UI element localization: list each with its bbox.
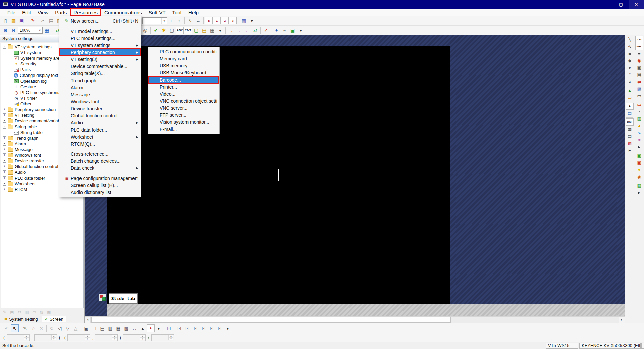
text-tool-icon[interactable]: A [626, 103, 634, 110]
send-to-back-icon[interactable] [90, 324, 98, 332]
frame-select-1-icon[interactable] [175, 324, 183, 332]
edit-icon[interactable] [1, 309, 8, 315]
menu-item-vt-system-settings[interactable]: VT system settings▶ [60, 42, 140, 49]
pie-tool-icon[interactable] [626, 78, 634, 85]
chevron-down-icon[interactable]: ∨ [161, 18, 167, 24]
frame-select-2-icon[interactable] [183, 324, 192, 332]
select-frame-icon[interactable] [165, 324, 173, 332]
switch-red-part-icon[interactable] [635, 159, 643, 166]
screen-type3-icon[interactable]: 3 [229, 17, 237, 24]
menu-communications[interactable]: Communications [101, 9, 145, 16]
page-stack-caret[interactable] [248, 17, 256, 24]
spin-up-icon[interactable]: ▲ [169, 335, 173, 338]
preview-icon[interactable] [168, 27, 176, 34]
zoom-out-icon[interactable] [10, 27, 17, 34]
menu-item-page-configuration-management[interactable]: Page configuration management... [60, 174, 140, 182]
transfer-icon[interactable] [46, 309, 52, 315]
screen-copy-icon[interactable] [626, 140, 634, 147]
menu-tool[interactable]: Tool [169, 9, 185, 16]
menu-resources[interactable]: Resources [70, 9, 101, 16]
menu-item-plc-data-folder[interactable]: PLC data folder... [60, 126, 140, 133]
library-icon[interactable] [200, 27, 208, 34]
bring-forward-icon[interactable] [98, 324, 106, 332]
collapse-icon[interactable]: − [3, 125, 6, 129]
menu-soft-vt[interactable]: Soft-VT [145, 9, 169, 16]
menu-item-audio[interactable]: Audio▶ [60, 119, 140, 126]
submenu-item-vnc-connection-object-setting[interactable]: VNC connection object setting... [149, 97, 219, 104]
menu-item-periphery-connection[interactable]: Periphery connection▶ [60, 49, 140, 56]
expand-icon[interactable]: + [3, 182, 6, 186]
frame-select-caret[interactable] [224, 324, 232, 332]
menu-edit[interactable]: Edit [19, 9, 34, 16]
fit-frame-icon[interactable] [122, 324, 130, 332]
image-tool-icon[interactable] [626, 87, 634, 94]
menu-item-windows-font[interactable]: Windows font... [60, 98, 140, 105]
transfer-usb-icon[interactable] [235, 27, 243, 34]
spin-down-icon[interactable]: ▼ [85, 338, 90, 340]
save-file-icon[interactable] [18, 17, 25, 24]
delete-icon[interactable] [31, 309, 38, 315]
cut-icon[interactable] [39, 17, 47, 24]
spin-up-icon[interactable]: ▲ [24, 335, 29, 338]
menu-file[interactable]: File [4, 9, 19, 16]
spin-up-icon[interactable]: ▲ [140, 335, 145, 338]
transfer-part-icon[interactable] [635, 78, 643, 85]
submenu-item-printer[interactable]: Printer... [149, 83, 219, 90]
spin-down-icon[interactable]: ▼ [140, 338, 145, 340]
expand-icon[interactable]: + [3, 153, 6, 157]
menu-help[interactable]: Help [185, 9, 202, 16]
parts-search-icon[interactable] [141, 27, 149, 34]
process-monitor-icon[interactable] [262, 27, 270, 34]
send-backward-icon[interactable] [106, 324, 114, 332]
pie-graph-part-icon[interactable] [635, 122, 643, 129]
display-part-icon[interactable] [635, 92, 643, 99]
convert-data-icon[interactable] [29, 17, 36, 24]
menu-item-alarm[interactable]: Alarm... [60, 84, 140, 91]
text-style-caret[interactable] [155, 324, 163, 332]
menu-item-rtcm-q[interactable]: RTCM(Q)... [60, 140, 140, 147]
menu-item-string-table-x[interactable]: String table(X)... [60, 70, 140, 77]
draw-tools-expand[interactable] [626, 147, 634, 154]
memo-tool-icon[interactable] [626, 110, 634, 117]
expand-icon[interactable]: + [3, 113, 6, 117]
submenu-item-memory-card[interactable]: Memory card... [149, 55, 219, 62]
menu-parts[interactable]: Parts [52, 9, 70, 16]
submenu-item-ftp-server[interactable]: FTP server... [149, 111, 219, 118]
base-screen-icon[interactable]: B [205, 17, 213, 24]
text-style-icon[interactable]: A [147, 324, 155, 332]
collapse-icon[interactable]: − [3, 45, 6, 49]
tab-system-setting[interactable]: System setting [1, 316, 41, 322]
menu-item-message[interactable]: Message... [60, 91, 140, 98]
spin-down-icon[interactable]: ▼ [112, 338, 117, 340]
page-stack-icon[interactable] [240, 17, 248, 24]
spinner-arrows[interactable]: ▲▼ [85, 335, 90, 340]
list-part-icon[interactable] [635, 50, 643, 57]
arrange-caret[interactable] [139, 324, 147, 332]
menu-item-vt-model-settings[interactable]: VT model settings... [60, 28, 140, 35]
expand-icon[interactable]: + [3, 165, 6, 168]
vt-data-convert-icon[interactable] [251, 27, 259, 34]
table-tool-icon[interactable] [626, 133, 634, 140]
arc-tool-icon[interactable] [626, 71, 634, 78]
menu-view[interactable]: View [34, 9, 52, 16]
option-parts-icon[interactable] [208, 27, 216, 34]
arrange-icon[interactable] [130, 324, 139, 332]
restore-icon[interactable] [38, 309, 45, 315]
spinner-arrows[interactable]: ▲▼ [140, 335, 145, 340]
dxf-tool-icon[interactable]: DXF [626, 118, 634, 126]
close-button[interactable]: ✕ [629, 0, 644, 9]
frame-select-4-icon[interactable] [200, 324, 208, 332]
frame-tool-icon[interactable] [626, 94, 634, 101]
screen-type1-icon[interactable]: 1 [213, 17, 221, 24]
undo-select-icon[interactable] [3, 324, 11, 332]
rotate-icon[interactable] [48, 324, 56, 332]
submenu-item-video[interactable]: Video... [149, 90, 219, 97]
counter-parts-icon[interactable]: CNT [184, 27, 192, 34]
slide-tab-icon[interactable] [99, 294, 106, 301]
spin-up-icon[interactable]: ▲ [52, 335, 56, 338]
number-edit-icon[interactable] [21, 324, 29, 332]
mirror-horizontal-icon[interactable] [56, 324, 64, 332]
height-spinner[interactable]: ▲▼ [151, 334, 174, 341]
align-shape-icon[interactable] [72, 324, 80, 332]
submenu-item-usb-mouse-keyboard[interactable]: USB Mouse/Keyboard... [149, 69, 219, 76]
